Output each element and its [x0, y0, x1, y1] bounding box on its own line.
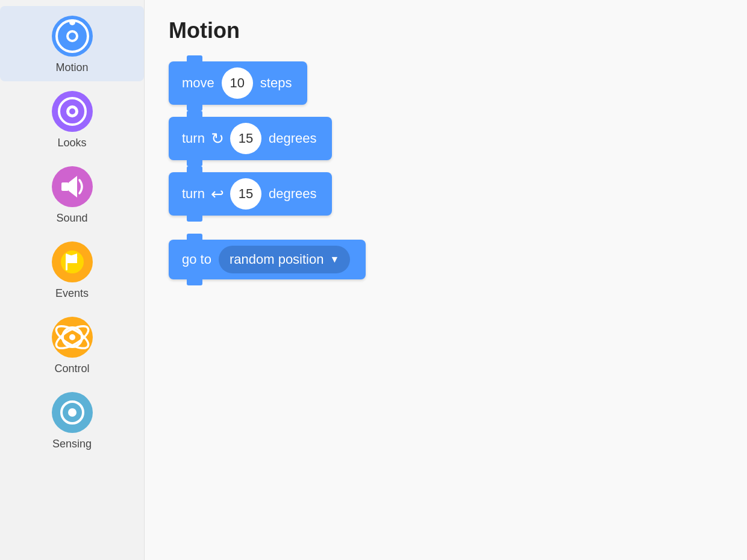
sidebar-item-control-label: Control: [54, 362, 89, 375]
block-input-turn-ccw[interactable]: 15: [230, 178, 261, 210]
page-title: Motion: [169, 18, 723, 43]
block-move-steps: move 10 steps: [169, 61, 723, 105]
sidebar-item-sensing-label: Sensing: [52, 438, 92, 450]
sidebar-item-motion[interactable]: Motion: [0, 6, 144, 81]
sidebar-item-events[interactable]: Events: [0, 232, 144, 307]
main-content: Motion move 10 steps turn ↺ 15 degrees t…: [145, 0, 747, 560]
svg-point-7: [69, 108, 75, 114]
block-go-to: go to random position ▼: [169, 240, 723, 279]
scratch-block-turn-ccw[interactable]: turn ↩ 15 degrees: [169, 172, 332, 216]
turn-counterclockwise-icon: ↩: [211, 185, 224, 204]
scratch-block-go-to[interactable]: go to random position ▼: [169, 240, 366, 279]
sidebar-item-events-label: Events: [55, 287, 89, 300]
block-dropdown-position[interactable]: random position ▼: [219, 246, 350, 273]
svg-rect-9: [61, 182, 69, 191]
scratch-block-turn-cw[interactable]: turn ↺ 15 degrees: [169, 117, 332, 160]
block-input-steps-value: 10: [230, 75, 245, 91]
scratch-block-move[interactable]: move 10 steps: [169, 61, 307, 105]
sidebar-item-motion-label: Motion: [55, 61, 88, 74]
sidebar-item-sensing[interactable]: Sensing: [0, 382, 144, 458]
block-text-degrees-cw: degrees: [269, 131, 317, 146]
block-text-turn-ccw: turn: [182, 186, 205, 202]
sidebar-item-sound[interactable]: Sound: [0, 157, 144, 232]
block-turn-cw: turn ↺ 15 degrees: [169, 117, 723, 160]
sensing-icon: [51, 391, 94, 434]
svg-point-3: [69, 19, 75, 25]
motion-icon: [51, 14, 94, 58]
block-dropdown-position-text: random position: [230, 252, 324, 267]
sidebar-item-looks-label: Looks: [57, 137, 86, 149]
control-icon: [51, 316, 94, 359]
events-icon: [51, 240, 94, 284]
block-input-turn-cw-value: 15: [239, 131, 253, 146]
svg-rect-13: [66, 254, 67, 270]
block-text-move: move: [182, 75, 214, 91]
turn-clockwise-icon: ↺: [211, 129, 224, 148]
svg-point-23: [68, 408, 77, 417]
sidebar: Motion Looks Sound Even: [0, 0, 145, 560]
chevron-down-icon: ▼: [330, 254, 339, 265]
svg-point-18: [69, 334, 75, 340]
block-turn-ccw: turn ↩ 15 degrees: [169, 172, 723, 216]
sound-icon: [51, 165, 94, 208]
block-text-turn-cw: turn: [182, 131, 205, 146]
block-text-go-to: go to: [182, 252, 211, 267]
block-text-steps: steps: [260, 75, 292, 91]
block-input-turn-cw[interactable]: 15: [230, 123, 261, 154]
block-text-degrees-ccw: degrees: [269, 186, 317, 202]
sidebar-item-sound-label: Sound: [56, 212, 87, 225]
block-input-steps[interactable]: 10: [222, 67, 253, 99]
sidebar-item-looks[interactable]: Looks: [0, 81, 144, 157]
sidebar-item-control[interactable]: Control: [0, 307, 144, 382]
block-input-turn-ccw-value: 15: [239, 186, 253, 202]
looks-icon: [51, 90, 94, 133]
